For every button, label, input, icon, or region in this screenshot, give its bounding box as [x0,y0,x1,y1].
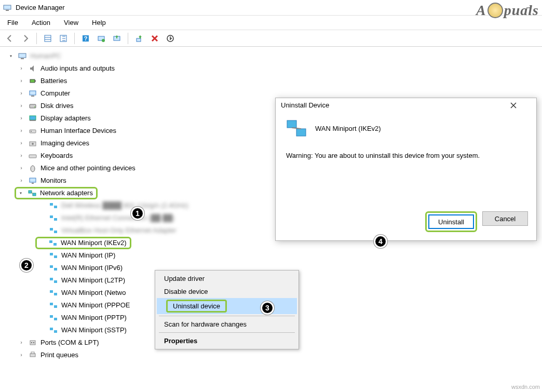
svg-rect-27 [30,130,36,133]
tree-device-wan-ikev2[interactable]: WAN Miniport (IKEv2) [35,237,131,249]
context-uninstall-device[interactable]: Uninstall device [157,298,297,314]
properties-icon[interactable] [57,32,70,45]
keyboard-icon [28,152,37,160]
expand-icon[interactable]: › [18,78,25,84]
expand-icon[interactable]: › [18,90,25,97]
context-scan-hardware[interactable]: Scan for hardware changes [157,318,297,331]
toolbar-separator [128,33,128,44]
help-icon[interactable]: ? [79,32,92,45]
tree-category[interactable]: ›Batteries [17,75,540,87]
expand-icon[interactable]: › [18,153,25,159]
expand-icon[interactable]: › [18,65,25,72]
svg-rect-41 [50,228,53,231]
svg-rect-19 [30,79,35,83]
expand-icon[interactable]: › [18,178,25,184]
dialog-body: WAN Miniport (IKEv2) Warning: You are ab… [276,112,536,159]
computer-icon [28,89,37,98]
disable-device-icon[interactable] [164,32,177,45]
svg-rect-28 [31,131,32,132]
category-label: Print queues [40,351,78,359]
category-label: Mice and other pointing devices [40,164,136,172]
root-computer-name: HumanPC [30,52,61,60]
svg-rect-64 [287,120,296,128]
dialog-close-button[interactable] [510,102,531,109]
tree-category-network-adapters[interactable]: ▾ Network adapters [15,187,98,199]
tree-root[interactable]: ▾ HumanPC [6,50,540,62]
expand-icon[interactable]: › [18,128,25,134]
button-label: Uninstall [438,218,464,226]
context-properties[interactable]: Properties [157,334,297,347]
expand-icon[interactable]: › [18,352,25,358]
menu-help[interactable]: Help [90,18,108,28]
collapse-icon[interactable]: ▾ [17,190,24,196]
menu-view[interactable]: View [62,18,80,28]
source-label: wsxdn.com [511,384,540,390]
menu-action[interactable]: Action [30,18,52,28]
device-label: WAN Miniport (IKEv2) [61,239,127,247]
menu-separator [159,332,295,333]
dialog-device-name: WAN Miniport (IKEv2) [315,125,381,132]
uninstall-device-icon[interactable] [132,32,146,45]
menu-file[interactable]: File [5,18,20,28]
svg-rect-46 [54,255,57,258]
forward-button[interactable] [19,32,32,45]
svg-rect-39 [50,215,53,218]
expand-icon[interactable]: › [18,103,25,109]
svg-rect-35 [29,191,32,193]
scan-hardware-icon[interactable] [94,32,108,45]
category-label: Keyboards [40,152,73,160]
svg-rect-36 [33,193,36,196]
svg-rect-53 [50,303,53,305]
expand-icon[interactable]: › [18,140,25,146]
battery-icon [28,77,37,85]
tree-category[interactable]: ›Print queues [17,349,540,361]
window-titlebar: Device Manager [0,0,542,16]
svg-rect-38 [54,206,57,208]
expand-icon[interactable]: › [18,115,25,121]
toolbar-separator [74,33,75,44]
svg-rect-42 [54,231,57,233]
appuals-watermark: A puals [476,2,539,19]
expand-icon[interactable]: › [18,340,25,346]
mouse-icon [28,164,37,172]
network-device-icon [49,226,58,235]
expand-icon[interactable]: › [18,165,25,171]
back-button[interactable] [3,32,17,45]
svg-rect-40 [54,218,57,221]
device-label: WAN Miniport (IP) [61,251,115,260]
uninstall-button[interactable]: Uninstall [428,214,474,229]
svg-rect-62 [30,354,35,357]
details-view-icon[interactable] [41,32,55,45]
context-disable-device[interactable]: Disable device [157,285,297,298]
network-device-icon [49,201,58,210]
device-label: WAN Miniport (L2TP) [61,276,125,285]
tree-device[interactable]: WAN Miniport (IP) [37,249,540,262]
svg-rect-18 [21,58,24,59]
dialog-button-row: Uninstall Cancel [276,206,536,240]
category-label: Monitors [40,177,66,185]
svg-point-61 [33,342,34,343]
context-item-label: Uninstall device [173,302,220,310]
menu-bar: File Action View Help [0,16,542,30]
svg-rect-0 [4,5,11,9]
uninstall-device-dialog: Uninstall Device WAN Miniport (IKEv2) Wa… [275,98,537,241]
category-label: Network adapters [40,189,93,197]
svg-rect-34 [32,183,34,184]
device-manager-app-icon [3,4,11,12]
cancel-button[interactable]: Cancel [482,211,528,226]
device-label: Dell Wireless ████ 802.11b/g/n (2.4GHz) [61,201,188,210]
device-label: WAN Miniport (PPTP) [61,314,127,322]
tree-category[interactable]: ›Audio inputs and outputs [17,62,540,75]
delete-icon[interactable] [148,32,161,45]
collapse-icon[interactable]: ▾ [7,53,15,59]
network-device-icon [49,251,58,260]
category-label: Human Interface Devices [40,127,116,135]
disk-icon [28,102,37,110]
update-driver-icon[interactable] [110,32,124,45]
device-label: Intel(R) Ethernet Connection (██-██) [61,214,174,222]
dialog-title: Uninstall Device [281,101,329,109]
svg-rect-63 [31,352,34,354]
context-update-driver[interactable]: Update driver [157,272,297,285]
computer-root-icon [18,52,27,60]
svg-rect-44 [53,243,57,246]
